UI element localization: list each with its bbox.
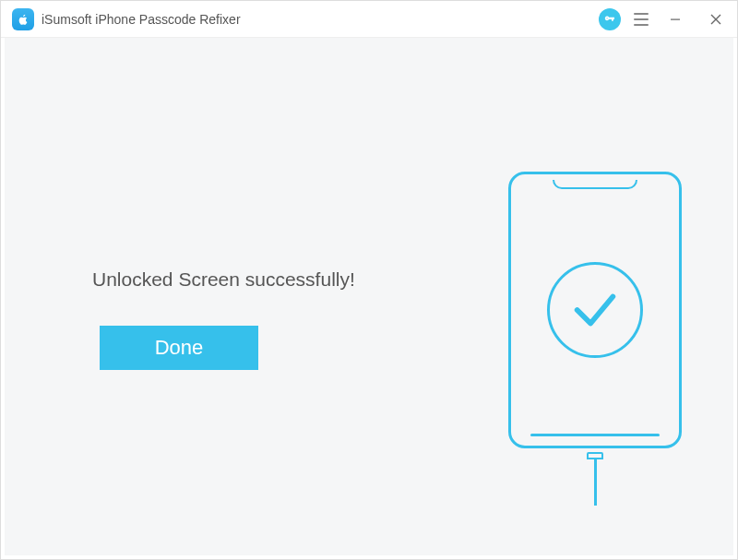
result-pane: Unlocked Screen successfully! Done	[92, 268, 355, 370]
minimize-button[interactable]	[661, 6, 689, 33]
title-actions	[599, 6, 730, 33]
phone-notch	[553, 180, 637, 189]
app-logo	[12, 8, 34, 30]
result-message: Unlocked Screen successfully!	[92, 268, 355, 291]
phone-outline-icon	[508, 172, 682, 448]
app-window: iSumsoft iPhone Passcode Refixer	[0, 0, 738, 560]
minimize-icon	[670, 14, 681, 25]
register-button[interactable]	[599, 8, 621, 30]
cable-icon	[587, 448, 603, 506]
success-check-circle	[547, 262, 643, 358]
content-area: Unlocked Screen successfully! Done	[5, 38, 733, 555]
key-icon	[603, 13, 616, 26]
hamburger-icon	[634, 13, 649, 15]
phone-homebar	[530, 434, 660, 436]
app-title: iSumsoft iPhone Passcode Refixer	[42, 12, 599, 27]
apple-logo-icon	[16, 12, 30, 27]
check-icon	[568, 283, 622, 337]
done-button[interactable]: Done	[100, 326, 258, 370]
titlebar: iSumsoft iPhone Passcode Refixer	[1, 1, 737, 38]
close-icon	[710, 14, 721, 25]
menu-button[interactable]	[634, 13, 649, 26]
svg-rect-0	[671, 18, 680, 19]
close-button[interactable]	[702, 6, 730, 33]
device-illustration	[503, 172, 687, 506]
